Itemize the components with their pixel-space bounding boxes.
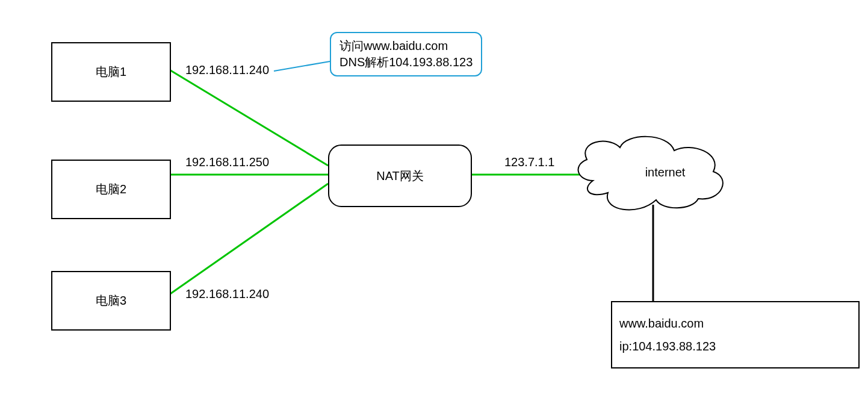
node-pc1: 电脑1 [51,42,171,102]
server-domain: www.baidu.com [619,312,851,335]
ip-label-public: 123.7.1.1 [504,155,554,169]
node-nat-gateway: NAT网关 [328,145,472,207]
node-pc1-label: 电脑1 [96,64,126,80]
callout-leader [274,61,330,71]
server-ip-label: ip: [619,340,632,353]
node-pc2-label: 电脑2 [96,181,126,197]
callout-line1: 访问www.baidu.com [339,38,473,54]
callout-bubble: 访问www.baidu.com DNS解析104.193.88.123 [330,32,482,76]
server-ip-row: ip:104.193.88.123 [619,335,851,358]
callout-line2: DNS解析104.193.88.123 [339,54,473,70]
server-ip-value: 104.193.88.123 [632,340,716,353]
link-pc1-nat [169,69,328,166]
ip-label-pc3: 192.168.11.240 [185,287,269,301]
link-pc3-nat [169,184,328,295]
ip-label-pc1: 192.168.11.240 [185,63,269,77]
node-internet-label: internet [632,166,698,179]
node-server: www.baidu.com ip:104.193.88.123 [611,301,860,368]
node-pc3-label: 电脑3 [96,293,126,309]
node-pc3: 电脑3 [51,271,171,331]
node-nat-label: NAT网关 [376,168,424,184]
ip-label-pc2: 192.168.11.250 [185,155,269,169]
node-pc2: 电脑2 [51,160,171,219]
